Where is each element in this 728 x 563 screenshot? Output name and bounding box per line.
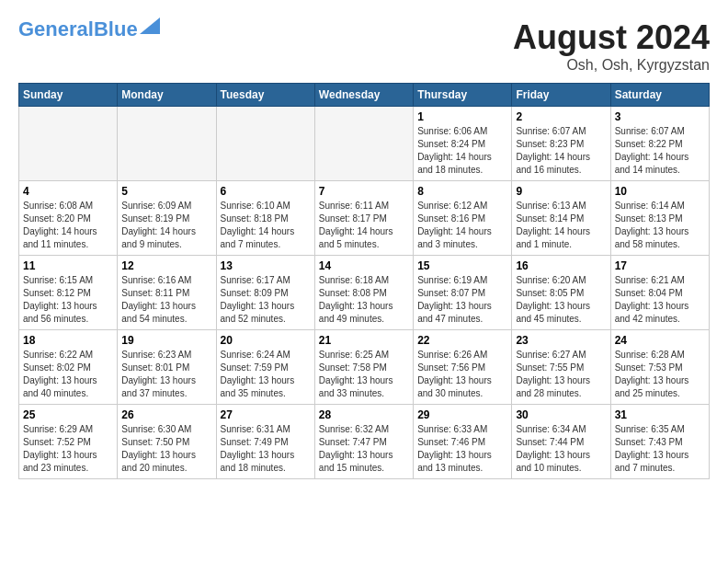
day-number: 19 <box>121 334 211 347</box>
day-cell: 29Sunrise: 6:33 AM Sunset: 7:46 PM Dayli… <box>414 405 512 479</box>
day-number: 13 <box>221 259 311 272</box>
day-info: Sunrise: 6:27 AM Sunset: 7:55 PM Dayligh… <box>516 349 606 400</box>
day-number: 16 <box>516 259 606 272</box>
day-cell: 16Sunrise: 6:20 AM Sunset: 8:05 PM Dayli… <box>512 256 610 330</box>
day-cell: 23Sunrise: 6:27 AM Sunset: 7:55 PM Dayli… <box>512 330 610 405</box>
day-info: Sunrise: 6:18 AM Sunset: 8:08 PM Dayligh… <box>319 274 409 326</box>
day-info: Sunrise: 6:08 AM Sunset: 8:20 PM Dayligh… <box>23 200 113 251</box>
day-cell <box>118 107 216 181</box>
day-number: 2 <box>516 110 606 123</box>
day-info: Sunrise: 6:33 AM Sunset: 7:46 PM Dayligh… <box>417 423 507 475</box>
day-number: 17 <box>615 259 705 272</box>
day-number: 5 <box>121 185 211 198</box>
day-cell <box>216 107 314 181</box>
day-number: 29 <box>417 408 507 421</box>
day-cell: 18Sunrise: 6:22 AM Sunset: 8:02 PM Dayli… <box>19 330 118 405</box>
day-info: Sunrise: 6:07 AM Sunset: 8:23 PM Dayligh… <box>516 125 606 177</box>
weekday-header-wednesday: Wednesday <box>314 84 413 107</box>
day-info: Sunrise: 6:12 AM Sunset: 8:16 PM Dayligh… <box>417 200 507 251</box>
day-cell: 2Sunrise: 6:07 AM Sunset: 8:23 PM Daylig… <box>512 107 610 181</box>
day-info: Sunrise: 6:13 AM Sunset: 8:14 PM Dayligh… <box>516 200 606 251</box>
day-cell: 27Sunrise: 6:31 AM Sunset: 7:49 PM Dayli… <box>216 405 314 479</box>
calendar-body: 1Sunrise: 6:06 AM Sunset: 8:24 PM Daylig… <box>19 107 710 479</box>
title-block: August 2024 Osh, Osh, Kyrgyzstan <box>513 18 710 74</box>
day-number: 8 <box>417 185 507 198</box>
day-info: Sunrise: 6:23 AM Sunset: 8:01 PM Dayligh… <box>121 349 211 400</box>
svg-marker-0 <box>140 17 160 34</box>
day-info: Sunrise: 6:22 AM Sunset: 8:02 PM Dayligh… <box>23 349 113 400</box>
day-info: Sunrise: 6:15 AM Sunset: 8:12 PM Dayligh… <box>23 274 113 326</box>
day-cell: 28Sunrise: 6:32 AM Sunset: 7:47 PM Dayli… <box>314 405 413 479</box>
day-number: 4 <box>23 185 113 198</box>
day-cell: 17Sunrise: 6:21 AM Sunset: 8:04 PM Dayli… <box>610 256 709 330</box>
day-number: 24 <box>615 334 705 347</box>
day-number: 10 <box>615 185 705 198</box>
day-cell: 8Sunrise: 6:12 AM Sunset: 8:16 PM Daylig… <box>414 181 512 256</box>
day-cell: 31Sunrise: 6:35 AM Sunset: 7:43 PM Dayli… <box>610 405 709 479</box>
logo-text: GeneralBlue <box>18 18 138 40</box>
day-number: 28 <box>319 408 409 421</box>
day-info: Sunrise: 6:11 AM Sunset: 8:17 PM Dayligh… <box>319 200 409 251</box>
day-number: 7 <box>319 185 409 198</box>
location: Osh, Osh, Kyrgyzstan <box>513 57 710 74</box>
day-cell: 15Sunrise: 6:19 AM Sunset: 8:07 PM Dayli… <box>414 256 512 330</box>
day-cell <box>314 107 413 181</box>
day-number: 30 <box>516 408 606 421</box>
day-info: Sunrise: 6:32 AM Sunset: 7:47 PM Dayligh… <box>319 423 409 475</box>
day-cell: 20Sunrise: 6:24 AM Sunset: 7:59 PM Dayli… <box>216 330 314 405</box>
day-cell: 22Sunrise: 6:26 AM Sunset: 7:56 PM Dayli… <box>414 330 512 405</box>
weekday-header-friday: Friday <box>512 84 610 107</box>
day-info: Sunrise: 6:17 AM Sunset: 8:09 PM Dayligh… <box>221 274 311 326</box>
day-number: 21 <box>319 334 409 347</box>
day-number: 9 <box>516 185 606 198</box>
day-info: Sunrise: 6:28 AM Sunset: 7:53 PM Dayligh… <box>615 349 705 400</box>
weekday-header-thursday: Thursday <box>414 84 512 107</box>
day-info: Sunrise: 6:16 AM Sunset: 8:11 PM Dayligh… <box>121 274 211 326</box>
day-number: 22 <box>417 334 507 347</box>
calendar-table: SundayMondayTuesdayWednesdayThursdayFrid… <box>18 83 710 479</box>
day-info: Sunrise: 6:25 AM Sunset: 7:58 PM Dayligh… <box>319 349 409 400</box>
day-info: Sunrise: 6:09 AM Sunset: 8:19 PM Dayligh… <box>121 200 211 251</box>
logo: GeneralBlue <box>18 18 160 40</box>
day-cell <box>19 107 118 181</box>
day-info: Sunrise: 6:26 AM Sunset: 7:56 PM Dayligh… <box>417 349 507 400</box>
day-info: Sunrise: 6:19 AM Sunset: 8:07 PM Dayligh… <box>417 274 507 326</box>
day-number: 11 <box>23 259 113 272</box>
day-cell: 3Sunrise: 6:07 AM Sunset: 8:22 PM Daylig… <box>610 107 709 181</box>
day-cell: 26Sunrise: 6:30 AM Sunset: 7:50 PM Dayli… <box>118 405 216 479</box>
day-number: 14 <box>319 259 409 272</box>
day-cell: 6Sunrise: 6:10 AM Sunset: 8:18 PM Daylig… <box>216 181 314 256</box>
day-cell: 9Sunrise: 6:13 AM Sunset: 8:14 PM Daylig… <box>512 181 610 256</box>
day-info: Sunrise: 6:20 AM Sunset: 8:05 PM Dayligh… <box>516 274 606 326</box>
day-number: 20 <box>221 334 311 347</box>
weekday-header-tuesday: Tuesday <box>216 84 314 107</box>
day-info: Sunrise: 6:31 AM Sunset: 7:49 PM Dayligh… <box>221 423 311 475</box>
day-number: 23 <box>516 334 606 347</box>
day-number: 15 <box>417 259 507 272</box>
weekday-header-sunday: Sunday <box>19 84 118 107</box>
week-row-3: 11Sunrise: 6:15 AM Sunset: 8:12 PM Dayli… <box>19 256 710 330</box>
day-number: 26 <box>121 408 211 421</box>
day-cell: 1Sunrise: 6:06 AM Sunset: 8:24 PM Daylig… <box>414 107 512 181</box>
day-number: 18 <box>23 334 113 347</box>
month-title: August 2024 <box>513 18 710 57</box>
day-info: Sunrise: 6:07 AM Sunset: 8:22 PM Dayligh… <box>615 125 705 177</box>
day-cell: 12Sunrise: 6:16 AM Sunset: 8:11 PM Dayli… <box>118 256 216 330</box>
day-number: 12 <box>121 259 211 272</box>
day-cell: 13Sunrise: 6:17 AM Sunset: 8:09 PM Dayli… <box>216 256 314 330</box>
day-info: Sunrise: 6:29 AM Sunset: 7:52 PM Dayligh… <box>23 423 113 475</box>
day-cell: 25Sunrise: 6:29 AM Sunset: 7:52 PM Dayli… <box>19 405 118 479</box>
day-number: 27 <box>221 408 311 421</box>
weekday-header-row: SundayMondayTuesdayWednesdayThursdayFrid… <box>19 84 710 107</box>
day-info: Sunrise: 6:06 AM Sunset: 8:24 PM Dayligh… <box>417 125 507 177</box>
day-info: Sunrise: 6:14 AM Sunset: 8:13 PM Dayligh… <box>615 200 705 251</box>
week-row-4: 18Sunrise: 6:22 AM Sunset: 8:02 PM Dayli… <box>19 330 710 405</box>
day-number: 25 <box>23 408 113 421</box>
day-cell: 4Sunrise: 6:08 AM Sunset: 8:20 PM Daylig… <box>19 181 118 256</box>
day-number: 31 <box>615 408 705 421</box>
day-info: Sunrise: 6:10 AM Sunset: 8:18 PM Dayligh… <box>221 200 311 251</box>
day-info: Sunrise: 6:35 AM Sunset: 7:43 PM Dayligh… <box>615 423 705 475</box>
day-cell: 21Sunrise: 6:25 AM Sunset: 7:58 PM Dayli… <box>314 330 413 405</box>
day-cell: 10Sunrise: 6:14 AM Sunset: 8:13 PM Dayli… <box>610 181 709 256</box>
day-cell: 7Sunrise: 6:11 AM Sunset: 8:17 PM Daylig… <box>314 181 413 256</box>
